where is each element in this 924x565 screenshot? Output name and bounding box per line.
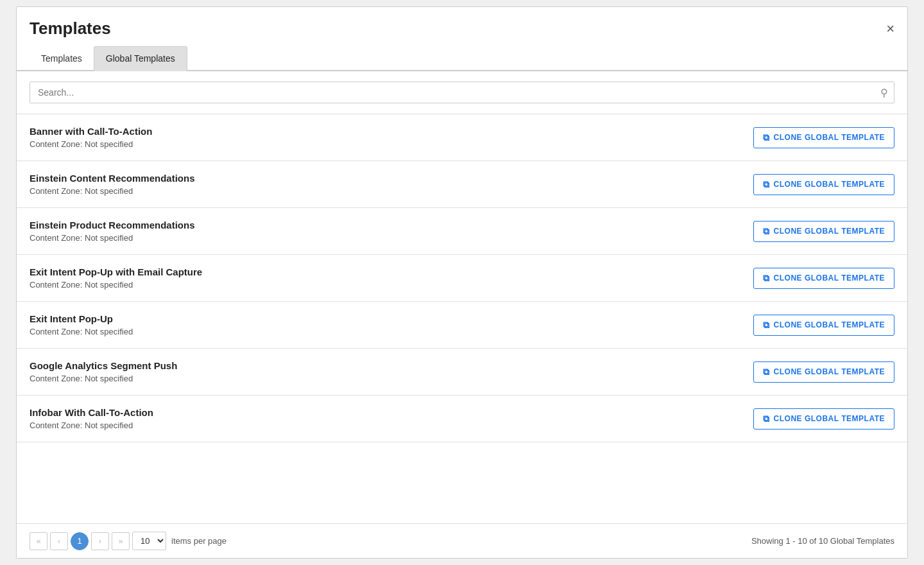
template-info-6: Infobar With Call-To-Action Content Zone… (30, 407, 153, 430)
template-zone-5: Content Zone: Not specified (30, 374, 177, 383)
per-page-label: items per page (171, 536, 227, 546)
clone-icon-0: ⧉ (763, 132, 770, 143)
template-name-3: Exit Intent Pop-Up with Email Capture (30, 266, 202, 277)
clone-label-4: CLONE GLOBAL TEMPLATE (774, 320, 885, 329)
template-name-2: Einstein Product Recommendations (30, 220, 195, 230)
clone-icon-6: ⧉ (763, 413, 770, 424)
tab-global-templates[interactable]: Global Templates (94, 46, 187, 71)
template-zone-3: Content Zone: Not specified (30, 280, 202, 290)
tab-templates[interactable]: Templates (30, 46, 94, 71)
template-zone-1: Content Zone: Not specified (30, 186, 195, 196)
clone-button-2[interactable]: ⧉ CLONE GLOBAL TEMPLATE (753, 221, 894, 242)
clone-label-5: CLONE GLOBAL TEMPLATE (774, 367, 885, 376)
templates-list: Banner with Call-To-Action Content Zone:… (17, 114, 907, 523)
clone-button-6[interactable]: ⧉ CLONE GLOBAL TEMPLATE (753, 408, 894, 430)
template-info-3: Exit Intent Pop-Up with Email Capture Co… (30, 266, 202, 290)
modal-title: Templates (30, 19, 111, 39)
search-input[interactable] (30, 82, 894, 103)
clone-button-4[interactable]: ⧉ CLONE GLOBAL TEMPLATE (753, 315, 894, 336)
first-page-button[interactable]: « (30, 532, 47, 550)
template-zone-0: Content Zone: Not specified (30, 139, 152, 149)
clone-icon-1: ⧉ (763, 179, 770, 190)
clone-button-5[interactable]: ⧉ CLONE GLOBAL TEMPLATE (753, 361, 894, 383)
clone-button-0[interactable]: ⧉ CLONE GLOBAL TEMPLATE (753, 127, 894, 148)
modal-header: Templates × (17, 7, 907, 46)
template-name-1: Einstein Content Recommendations (30, 173, 195, 184)
template-name-4: Exit Intent Pop-Up (30, 313, 133, 324)
prev-page-button[interactable]: ‹ (50, 532, 68, 550)
template-row: Infobar With Call-To-Action Content Zone… (17, 396, 907, 442)
clone-icon-2: ⧉ (763, 226, 770, 237)
clone-icon-3: ⧉ (763, 273, 770, 284)
search-wrapper: ⚲ (30, 82, 894, 103)
template-zone-2: Content Zone: Not specified (30, 233, 195, 243)
template-info-5: Google Analytics Segment Push Content Zo… (30, 360, 177, 383)
current-page-button[interactable]: 1 (71, 532, 89, 550)
template-info-0: Banner with Call-To-Action Content Zone:… (30, 126, 152, 149)
search-row: ⚲ (17, 71, 907, 114)
template-zone-6: Content Zone: Not specified (30, 421, 153, 430)
template-zone-4: Content Zone: Not specified (30, 327, 133, 336)
close-button[interactable]: × (886, 22, 894, 36)
template-info-2: Einstein Product Recommendations Content… (30, 220, 195, 243)
last-page-button[interactable]: » (112, 532, 130, 550)
template-row: Exit Intent Pop-Up Content Zone: Not spe… (17, 302, 907, 349)
clone-label-2: CLONE GLOBAL TEMPLATE (774, 227, 885, 236)
clone-label-0: CLONE GLOBAL TEMPLATE (774, 133, 885, 142)
tabs-row: Templates Global Templates (17, 46, 907, 71)
templates-modal: Templates × Templates Global Templates ⚲… (16, 6, 908, 559)
clone-label-3: CLONE GLOBAL TEMPLATE (774, 274, 885, 282)
pagination-row: « ‹ 1 › » 10 25 50 items per page Showin… (17, 523, 907, 558)
clone-icon-4: ⧉ (763, 320, 770, 331)
clone-icon-5: ⧉ (763, 367, 770, 378)
template-name-5: Google Analytics Segment Push (30, 360, 177, 371)
pagination-controls: « ‹ 1 › » 10 25 50 items per page (30, 532, 227, 550)
template-row: Einstein Product Recommendations Content… (17, 208, 907, 255)
template-name-0: Banner with Call-To-Action (30, 126, 152, 137)
template-info-4: Exit Intent Pop-Up Content Zone: Not spe… (30, 313, 133, 336)
clone-label-6: CLONE GLOBAL TEMPLATE (774, 414, 885, 423)
template-row: Einstein Content Recommendations Content… (17, 161, 907, 208)
template-row: Banner with Call-To-Action Content Zone:… (17, 114, 907, 161)
pagination-info: Showing 1 - 10 of 10 Global Templates (751, 536, 894, 546)
template-name-6: Infobar With Call-To-Action (30, 407, 153, 418)
template-info-1: Einstein Content Recommendations Content… (30, 173, 195, 196)
clone-button-3[interactable]: ⧉ CLONE GLOBAL TEMPLATE (753, 268, 894, 289)
clone-button-1[interactable]: ⧉ CLONE GLOBAL TEMPLATE (753, 174, 894, 195)
template-row: Exit Intent Pop-Up with Email Capture Co… (17, 255, 907, 302)
clone-label-1: CLONE GLOBAL TEMPLATE (774, 180, 885, 189)
next-page-button[interactable]: › (91, 532, 109, 550)
per-page-select[interactable]: 10 25 50 (132, 532, 166, 550)
template-row: Google Analytics Segment Push Content Zo… (17, 349, 907, 396)
